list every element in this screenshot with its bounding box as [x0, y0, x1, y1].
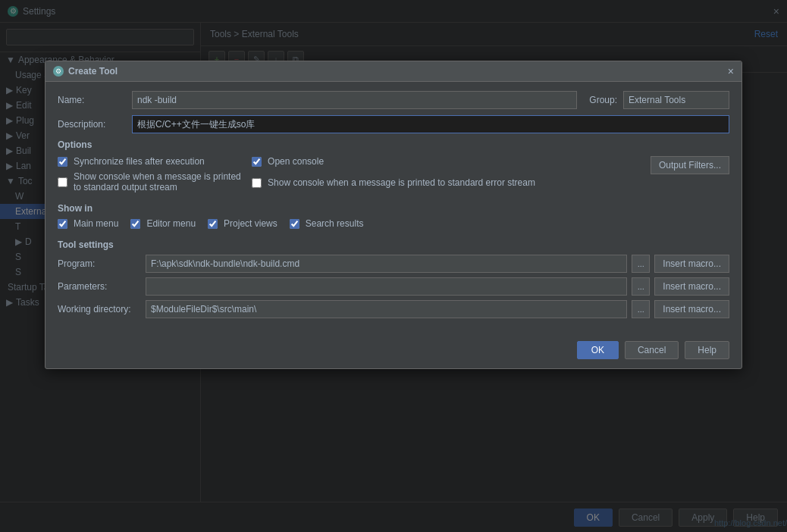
- working-dir-label: Working directory:: [58, 304, 141, 315]
- name-group-row: Name: Group: External Tools: [58, 91, 729, 109]
- show-in-title: Show in: [58, 203, 729, 214]
- search-results-checkbox[interactable]: [290, 219, 299, 229]
- program-input[interactable]: [146, 255, 627, 273]
- insert-macro-parameters-button[interactable]: Insert macro...: [654, 277, 729, 296]
- show-console-error-label: Show console when a message is printed t…: [268, 177, 535, 188]
- parameters-dots-button[interactable]: ...: [632, 277, 650, 296]
- main-menu-row: Main menu: [58, 218, 118, 229]
- dialog-icon: ⚙: [53, 66, 64, 77]
- name-label: Name:: [58, 95, 126, 105]
- search-results-row: Search results: [290, 218, 364, 229]
- dialog-title-content: ⚙ Create Tool: [53, 66, 118, 77]
- working-dir-dots-button[interactable]: ...: [632, 300, 650, 318]
- options-grid: Synchronize files after execution Show c…: [58, 156, 729, 197]
- group-label: Group:: [589, 95, 617, 105]
- show-in-row: Main menu Editor menu Project views: [58, 218, 729, 233]
- project-views-label: Project views: [224, 218, 277, 229]
- description-label: Description:: [58, 119, 126, 130]
- parameters-row: Parameters: ... Insert macro...: [58, 277, 729, 296]
- options-right: Output Filters...: [541, 156, 729, 174]
- tool-settings-title: Tool settings: [58, 239, 729, 250]
- working-dir-row: Working directory: ... Insert macro...: [58, 300, 729, 318]
- search-results-label: Search results: [306, 218, 364, 229]
- output-filters-button[interactable]: Output Filters...: [651, 156, 729, 174]
- program-dots-button[interactable]: ...: [632, 255, 650, 273]
- options-middle: Open console Show console when a message…: [252, 156, 535, 192]
- dialog-body: Name: Group: External Tools Description:: [45, 82, 742, 333]
- name-input[interactable]: [132, 91, 577, 109]
- dialog-help-button[interactable]: Help: [685, 341, 729, 359]
- show-console-error-checkbox[interactable]: [252, 178, 262, 188]
- show-console-error-row: Show console when a message is printed t…: [252, 177, 535, 188]
- parameters-input[interactable]: [146, 277, 627, 296]
- description-row: Description:: [58, 115, 729, 133]
- sync-files-label: Synchronize files after execution: [74, 156, 205, 167]
- program-row: Program: ... Insert macro...: [58, 255, 729, 273]
- working-dir-input[interactable]: [146, 300, 627, 318]
- editor-menu-checkbox[interactable]: [130, 219, 140, 229]
- parameters-label: Parameters:: [58, 281, 141, 292]
- main-menu-label: Main menu: [74, 218, 118, 229]
- show-console-output-row: Show console when a message is printed t…: [58, 171, 246, 192]
- dialog-title-bar: ⚙ Create Tool ×: [45, 61, 742, 82]
- options-section-title: Options: [58, 139, 729, 150]
- insert-macro-working-dir-button[interactable]: Insert macro...: [654, 300, 729, 318]
- insert-macro-program-button[interactable]: Insert macro...: [654, 255, 729, 273]
- show-console-output-checkbox[interactable]: [58, 177, 67, 187]
- options-section: Synchronize files after execution Show c…: [58, 156, 729, 197]
- dialog-ok-button[interactable]: OK: [577, 341, 619, 359]
- sync-files-row: Synchronize files after execution: [58, 156, 246, 167]
- settings-window: ⚙ Settings × ▼ Appearance & Behavior Usa…: [0, 0, 787, 532]
- editor-menu-row: Editor menu: [130, 218, 196, 229]
- project-views-checkbox[interactable]: [208, 219, 218, 229]
- dialog-close-button[interactable]: ×: [728, 66, 734, 77]
- dialog-cancel-button[interactable]: Cancel: [625, 341, 679, 359]
- dialog-overlay: ⚙ Create Tool × Name: Group: External To…: [0, 0, 787, 532]
- editor-menu-label: Editor menu: [146, 218, 196, 229]
- open-console-row: Open console: [252, 156, 535, 167]
- open-console-checkbox[interactable]: [252, 157, 262, 167]
- dialog-footer: OK Cancel Help: [45, 333, 742, 368]
- program-label: Program:: [58, 258, 141, 269]
- group-select-wrapper: External Tools: [623, 91, 729, 109]
- create-tool-dialog: ⚙ Create Tool × Name: Group: External To…: [45, 61, 742, 369]
- tool-settings-section: Tool settings Program: ... Insert macro.…: [58, 239, 729, 318]
- group-select[interactable]: External Tools: [623, 91, 729, 109]
- dialog-title: Create Tool: [68, 66, 118, 77]
- project-views-row: Project views: [208, 218, 277, 229]
- show-in-section: Show in Main menu Editor menu Project: [58, 203, 729, 233]
- description-input[interactable]: [132, 115, 729, 133]
- show-console-output-label: Show console when a message is printed t…: [74, 171, 246, 192]
- open-console-label: Open console: [268, 156, 324, 167]
- sync-files-checkbox[interactable]: [58, 157, 67, 167]
- main-menu-checkbox[interactable]: [58, 219, 67, 229]
- options-left: Synchronize files after execution Show c…: [58, 156, 246, 197]
